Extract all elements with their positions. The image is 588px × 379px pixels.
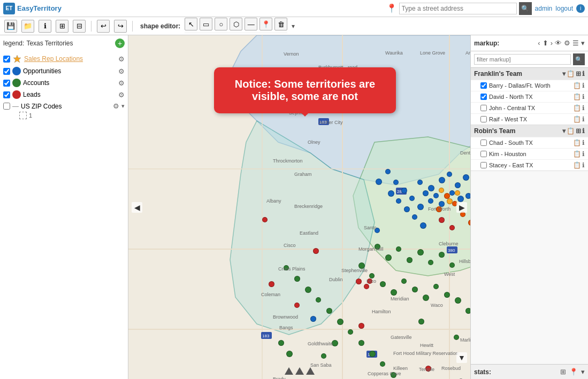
stats-grid-icon[interactable]: ⊞ [560,368,566,376]
team-info-icon[interactable]: ℹ [582,70,585,78]
save-button[interactable]: 💾 [4,20,17,33]
info-icon[interactable]: i [576,4,585,13]
territory-info-icon[interactable]: ℹ [582,82,585,89]
map-dot [391,289,397,296]
redo-button[interactable]: ↪ [114,20,127,33]
map-dot [428,198,433,204]
team-chevron[interactable]: ▾ [562,70,566,78]
territory-copy-icon[interactable]: 📋 [573,161,581,169]
search-button[interactable]: 🔍 [519,2,532,15]
markup-settings-icon[interactable]: ☰ [572,39,579,47]
map-pin-icon: 📍 [386,3,397,13]
map-dot [444,292,450,298]
territory-info-icon[interactable]: ℹ [582,161,585,169]
territory-copy-icon[interactable]: 📋 [573,104,581,112]
territory-checkbox[interactable] [480,151,487,157]
map-dot [439,188,444,193]
settings-button[interactable]: ⊟ [73,20,86,33]
filter-search-button[interactable]: 🔍 [573,53,585,65]
logo-area: ET EasyTerritory [3,3,62,14]
territory-info-icon[interactable]: ℹ [582,93,585,100]
map-dot [305,287,311,293]
layer-gear-accounts[interactable]: ⚙ [118,79,125,87]
map-nav-left[interactable]: ◀ [132,202,142,213]
team-copy-icon[interactable]: 📋 [567,70,575,78]
filter-input[interactable] [474,54,571,65]
layer-checkbox-us-zip[interactable] [3,103,10,110]
logout-link[interactable]: logout [555,5,573,12]
grid-button[interactable]: ⊞ [56,20,68,33]
layer-checkbox-opportunities[interactable] [3,68,10,75]
undo-button[interactable]: ↩ [97,20,110,33]
layer-label-sales-rep[interactable]: Sales Rep Locations [24,55,116,63]
markup-eye-icon[interactable]: 👁 [555,39,562,47]
team-info-icon[interactable]: ℹ [582,127,585,135]
territory-copy-icon[interactable]: 📋 [573,150,581,158]
team-chevron[interactable]: ▾ [562,127,566,135]
territory-info-icon[interactable]: ℹ [582,150,585,158]
pin-tool[interactable]: 📍 [259,18,272,30]
add-layer-button[interactable]: + [115,38,125,48]
circle-tool[interactable]: ○ [215,18,227,30]
layer-gear-sales-rep[interactable]: ⚙ [118,55,125,63]
layer-gear-opportunities[interactable]: ⚙ [118,67,125,75]
line-tool[interactable]: — [245,18,257,30]
shape-editor-chevron[interactable]: ▾ [292,22,295,30]
map-nav-right[interactable]: ▶ [456,202,467,213]
rectangle-tool[interactable]: ▭ [200,18,212,30]
info-button[interactable]: ℹ [39,20,51,33]
territory-copy-icon[interactable]: 📋 [573,82,581,89]
right-panel: markup: ‹ ⬆ › 👁 ⚙ ☰ ▾ 🔍 Franklin's Team … [470,35,588,379]
map-dot [364,284,369,289]
team-header[interactable]: Robin's Team ▾ 📋 ⊞ ℹ [471,125,588,137]
zoom-in-triangle[interactable] [285,367,293,375]
layer-gear-leads[interactable]: ⚙ [118,91,125,99]
app-logo-text: EasyTerritory [17,4,62,12]
territory-info-icon[interactable]: ℹ [582,115,585,123]
layer-checkbox-sales-rep[interactable] [3,56,10,63]
territory-checkbox[interactable] [480,140,487,146]
map-dot [428,260,433,265]
map-dot [380,281,386,287]
territory-checkbox[interactable] [480,82,487,89]
markup-nav-left[interactable]: ‹ [538,39,540,47]
territory-copy-icon[interactable]: 📋 [573,93,581,100]
map-container[interactable]: 183 283 281 380 183 190 VernonWaurikaLon… [128,35,470,379]
admin-link[interactable]: admin [535,5,553,12]
territory-checkbox[interactable] [480,94,487,100]
team-grid-icon[interactable]: ⊞ [576,70,581,78]
zoom-in-triangle-2[interactable] [295,367,304,375]
markup-nav-right[interactable]: › [551,39,553,47]
delete-tool[interactable]: 🗑 [274,18,287,30]
team-header[interactable]: Franklin's Team ▾ 📋 ⊞ ℹ [471,68,588,80]
layer-checkbox-accounts[interactable] [3,80,10,87]
territory-info-icon[interactable]: ℹ [582,139,585,146]
map-dot [358,340,364,346]
map-dot [407,257,413,263]
toolbar: 💾 📁 ℹ ⊞ ⊟ ↩ ↪ shape editor: ↖ ▭ ○ ⬡ — 📍 … [0,17,588,35]
team-grid-icon[interactable]: ⊞ [576,127,581,135]
map-dot [449,262,455,268]
markup-nav-up[interactable]: ⬆ [543,39,548,47]
stats-chevron[interactable]: ▾ [581,368,585,376]
territory-copy-icon[interactable]: 📋 [573,139,581,146]
territory-checkbox[interactable] [480,105,487,111]
polygon-tool[interactable]: ⬡ [230,18,242,30]
markup-chevron-down[interactable]: ▾ [581,39,585,47]
layer-chevron-us-zip[interactable]: ▾ [121,103,125,110]
layer-checkbox-leads[interactable] [3,91,10,98]
map-dot [468,220,470,226]
stats-pin-icon[interactable]: 📍 [569,368,578,376]
select-tool[interactable]: ↖ [185,18,197,30]
territory-copy-icon[interactable]: 📋 [573,115,581,123]
territory-checkbox[interactable] [480,116,487,122]
address-search-input[interactable] [399,3,517,14]
map-nav-bottom[interactable]: ▼ [456,352,467,363]
markup-gear-icon[interactable]: ⚙ [564,39,570,47]
territory-checkbox[interactable] [480,162,487,168]
layer-gear-us-zip[interactable]: ⚙ [113,102,119,110]
open-button[interactable]: 📁 [21,20,34,33]
territory-info-icon[interactable]: ℹ [582,104,585,112]
team-copy-icon[interactable]: 📋 [567,127,575,135]
zoom-in-triangle-3[interactable] [306,367,315,375]
